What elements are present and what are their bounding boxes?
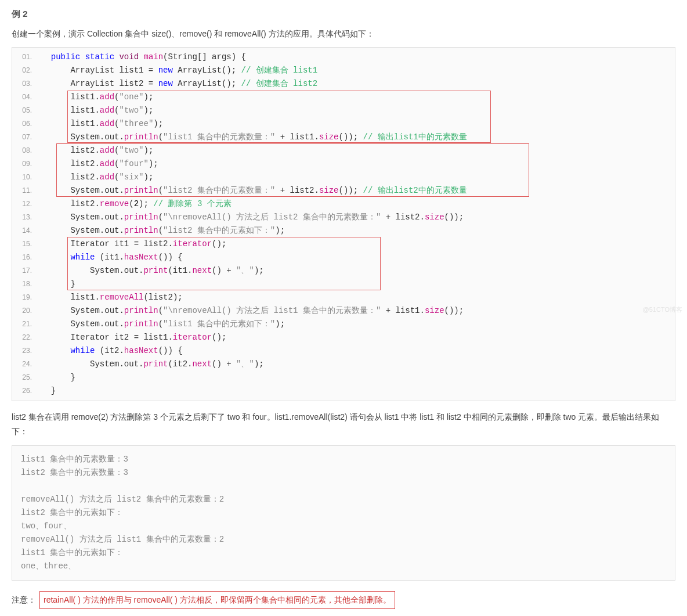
code-block: 01. public static void main(String[] arg… bbox=[12, 47, 675, 401]
output-block: list1 集合中的元素数量：3 list2 集合中的元素数量：3 remove… bbox=[12, 445, 675, 581]
explanation-text: list2 集合在调用 remove(2) 方法删除第 3 个元素之后剩下了 t… bbox=[12, 410, 675, 439]
watermark: @51CTO博客 bbox=[643, 305, 682, 314]
note-box: retainAll( ) 方法的作用与 removeAll( ) 方法相反，即保… bbox=[39, 591, 395, 609]
intro-text: 创建一个案例，演示 Collection 集合中 size()、remove()… bbox=[12, 27, 675, 41]
line-no: 01. bbox=[12, 51, 41, 64]
example-heading: 例 2 bbox=[12, 9, 675, 20]
note-label: 注意： bbox=[12, 593, 36, 607]
note-line: 注意： retainAll( ) 方法的作用与 removeAll( ) 方法相… bbox=[12, 591, 675, 609]
